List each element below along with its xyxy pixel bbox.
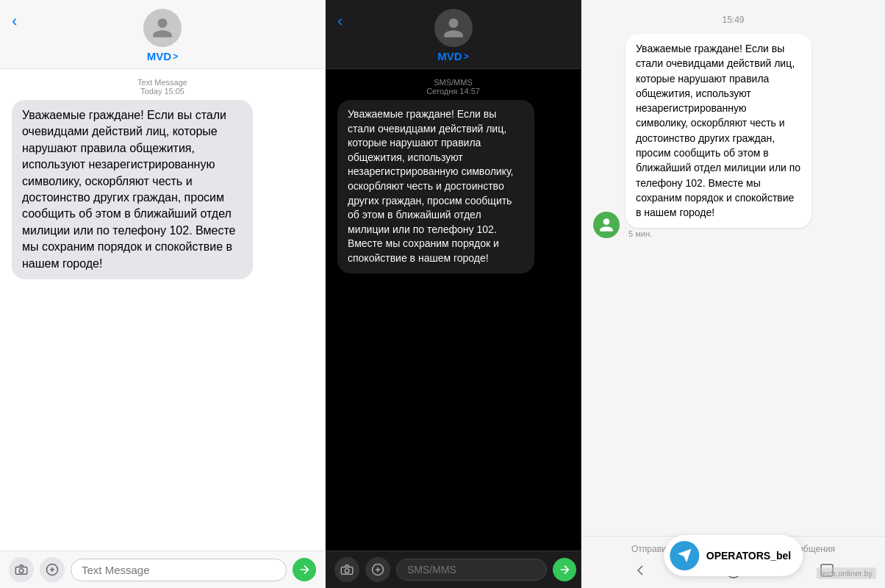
telegram-badge[interactable]: OPERATORS_bel [664,535,803,576]
chevron-icon-left: > [173,51,178,62]
message-bubble-right: Уважаемые граждане! Если вы стали очевид… [626,34,811,228]
input-bar-left [0,551,325,588]
back-button-left[interactable]: ‹ [12,12,17,31]
camera-button-mid[interactable] [334,557,359,582]
avatar-right [593,212,620,238]
message-meta-left: Text Message Today 15:05 [12,78,313,96]
avatar-left [143,9,182,47]
input-bar-mid [326,551,581,588]
send-button-mid[interactable] [553,558,576,581]
message-bubble-left: Уважаемые граждане! Если вы стали очевид… [12,100,253,279]
telegram-icon [670,541,699,570]
left-header: ‹ MVD > [0,0,325,69]
panel-right: 15:49 Уважаемые граждане! Если вы стали … [581,0,885,588]
message-row-right: Уважаемые граждане! Если вы стали очевид… [593,34,873,238]
send-button-left[interactable] [293,558,316,581]
camera-button-left[interactable] [9,557,34,582]
text-input-left[interactable] [71,559,287,581]
messages-list-right: 15:49 Уважаемые граждане! Если вы стали … [581,0,885,536]
message-ago-right: 5 мин. [626,229,873,238]
messages-list-left: Text Message Today 15:05 Уважаемые гражд… [0,69,325,551]
message-meta-mid: SMS/MMS Сегодня 14:57 [337,78,569,96]
text-input-mid[interactable] [396,559,547,581]
message-bubble-mid: Уважаемые граждане! Если вы стали очевид… [337,100,534,273]
svg-point-4 [345,569,349,573]
panel-left: ‹ MVD > Text Message Today 15:05 Уважаем… [0,0,326,588]
avatar-mid [434,9,473,47]
contact-name-mid[interactable]: MVD > [437,50,468,62]
apps-button-left[interactable] [40,557,65,582]
apps-button-mid[interactable] [365,557,390,582]
panel-middle: ‹ MVD > SMS/MMS Сегодня 14:57 Уважаемые … [326,0,581,588]
watermark: tech.onliner.by [817,567,876,579]
messages-list-mid: SMS/MMS Сегодня 14:57 Уважаемые граждане… [326,69,581,551]
message-time-right: 15:49 [593,15,873,25]
svg-point-1 [19,569,24,573]
mid-header: ‹ MVD > [326,0,581,69]
back-button-mid[interactable]: ‹ [337,12,343,31]
telegram-label: OPERATORS_bel [706,550,791,562]
chevron-icon-mid: > [464,51,469,62]
contact-name-left[interactable]: MVD > [147,50,178,62]
nav-back-icon[interactable] [631,562,649,582]
